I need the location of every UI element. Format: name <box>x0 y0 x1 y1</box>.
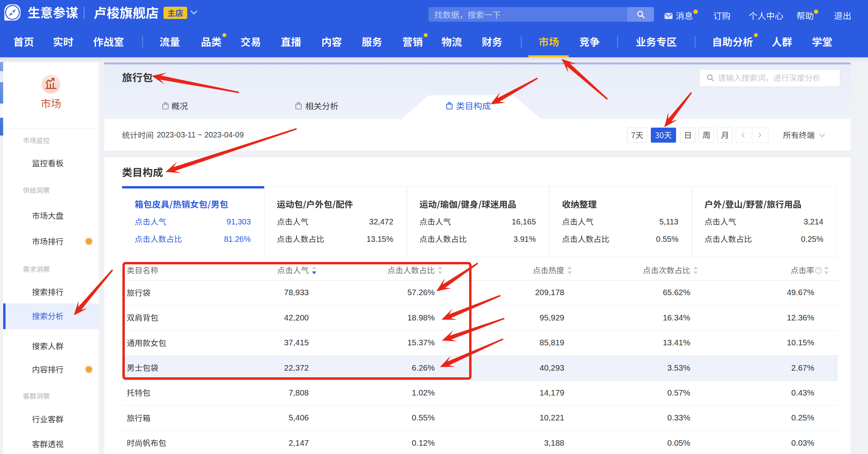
svg-text:?: ? <box>817 268 819 273</box>
